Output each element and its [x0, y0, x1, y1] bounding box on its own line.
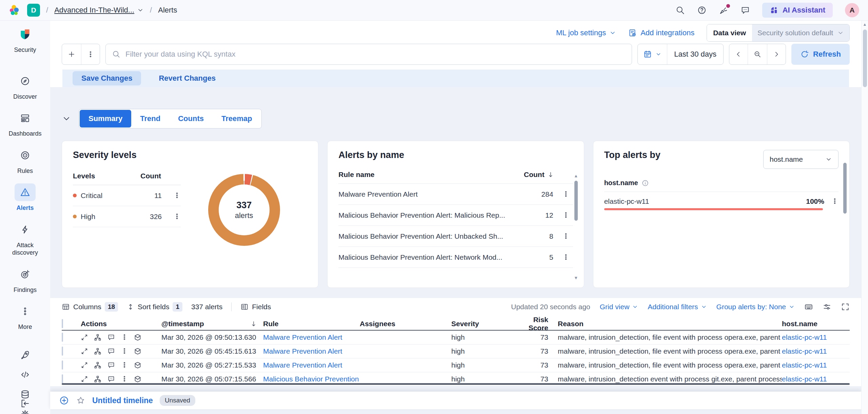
- rule-link[interactable]: Malicious Behavior Prevention Alert: [263, 375, 360, 383]
- column-rule[interactable]: Rule: [263, 320, 360, 328]
- panel-scrollbar[interactable]: ▲ ▼: [573, 174, 579, 280]
- session-view-icon[interactable]: [107, 333, 115, 341]
- table-horizontal-scrollbar[interactable]: [62, 383, 850, 385]
- date-picker-calendar-button[interactable]: [638, 44, 667, 64]
- column-assignees[interactable]: Assignees: [360, 320, 451, 328]
- expand-alert-icon[interactable]: [81, 348, 88, 355]
- sidebar-item-alerts[interactable]: Alerts: [1, 183, 49, 212]
- getting-started-rocket-icon[interactable]: [20, 350, 30, 360]
- top-alerts-row[interactable]: elastic-pc-w11 100%: [604, 197, 839, 205]
- tab-summary[interactable]: Summary: [80, 110, 131, 127]
- expand-alert-icon[interactable]: [81, 334, 88, 341]
- analyze-event-icon[interactable]: [94, 333, 102, 341]
- row-checkbox[interactable]: [62, 347, 63, 356]
- row-checkbox[interactable]: [62, 374, 63, 383]
- host-link[interactable]: elastic-pc-w11: [782, 347, 827, 355]
- scrollbar-thumb[interactable]: [863, 29, 867, 87]
- row-actions-kebab-icon[interactable]: [173, 213, 181, 220]
- row-actions-kebab-icon[interactable]: [831, 198, 839, 205]
- column-timestamp[interactable]: @timestamp: [161, 320, 263, 328]
- sidebar-item-discover[interactable]: Discover: [1, 72, 49, 101]
- add-timeline-icon[interactable]: [59, 395, 69, 406]
- page-scrollbar[interactable]: ▲: [861, 21, 868, 414]
- collapse-charts-chevron[interactable]: [62, 114, 71, 123]
- revert-changes-button[interactable]: Revert Changes: [159, 74, 216, 83]
- rule-link[interactable]: Malware Prevention Alert: [263, 333, 342, 341]
- alerts-by-name-row[interactable]: Malicious Behavior Prevention Alert: Unb…: [338, 226, 573, 247]
- news-feed-icon[interactable]: [719, 5, 728, 15]
- column-severity[interactable]: Severity: [451, 320, 516, 328]
- host-link[interactable]: elastic-pc-w11: [782, 333, 827, 341]
- row-actions-kebab-icon[interactable]: [562, 254, 570, 261]
- sidebar-item-dashboards[interactable]: Dashboards: [1, 109, 49, 138]
- time-range-value[interactable]: Last 30 days: [667, 44, 723, 64]
- search-icon[interactable]: [675, 5, 685, 15]
- row-actions-kebab-icon[interactable]: [562, 191, 570, 198]
- column-host-name[interactable]: host.name: [782, 320, 850, 328]
- expand-alert-icon[interactable]: [81, 361, 88, 369]
- column-risk-score[interactable]: Risk Score: [516, 316, 553, 332]
- kql-filter-input[interactable]: [125, 50, 626, 59]
- save-changes-button[interactable]: Save Changes: [73, 71, 141, 85]
- help-icon[interactable]: [697, 5, 707, 15]
- favorite-star-icon[interactable]: [76, 396, 85, 405]
- timeline-title-link[interactable]: Untitled timeline: [92, 396, 153, 405]
- session-view-icon[interactable]: [107, 361, 115, 369]
- analyze-event-icon[interactable]: [94, 347, 102, 355]
- alerts-by-name-row[interactable]: Malicious Behavior Prevention Alert: Net…: [338, 247, 573, 268]
- scroll-down-arrow[interactable]: ▼: [574, 276, 578, 280]
- investigate-in-timeline-icon[interactable]: [134, 375, 142, 383]
- row-checkbox[interactable]: [62, 333, 63, 342]
- sidebar-item-attack-discovery[interactable]: Attack discovery: [1, 221, 49, 257]
- more-actions-kebab-icon[interactable]: [121, 334, 128, 341]
- previous-time-window-button[interactable]: [729, 44, 748, 64]
- collapse-sidebar-icon[interactable]: [0, 398, 50, 409]
- sidebar-item-rules[interactable]: Rules: [1, 146, 49, 175]
- severity-row-high[interactable]: High 326: [73, 206, 181, 227]
- host-link[interactable]: elastic-pc-w11: [782, 361, 827, 369]
- add-filter-button[interactable]: [62, 44, 81, 64]
- fullscreen-icon[interactable]: [841, 302, 850, 311]
- session-view-icon[interactable]: [107, 347, 115, 355]
- sidebar-item-findings[interactable]: Findings: [1, 265, 49, 294]
- breadcrumb-current[interactable]: Advanced In-The-Wild...: [54, 6, 144, 15]
- select-all-checkbox[interactable]: [62, 319, 63, 328]
- alerts-by-name-row[interactable]: Malware Prevention Alert 284: [338, 184, 573, 205]
- ml-job-settings-button[interactable]: ML job settings: [556, 28, 616, 37]
- fields-button[interactable]: Fields: [240, 303, 271, 311]
- alerts-by-name-row[interactable]: Malicious Behavior Prevention Alert: Mal…: [338, 205, 573, 226]
- investigate-in-timeline-icon[interactable]: [134, 361, 142, 369]
- columns-button[interactable]: Columns 18: [62, 302, 118, 312]
- session-view-icon[interactable]: [107, 375, 115, 383]
- add-integrations-button[interactable]: Add integrations: [628, 28, 694, 37]
- severity-row-critical[interactable]: Critical 11: [73, 185, 181, 206]
- severity-donut-chart[interactable]: 337 alerts: [208, 174, 280, 246]
- more-actions-kebab-icon[interactable]: [121, 375, 128, 383]
- column-reason[interactable]: Reason: [553, 320, 782, 328]
- row-checkbox[interactable]: [62, 360, 63, 370]
- tab-trend[interactable]: Trend: [131, 110, 169, 127]
- scrollbar-thumb[interactable]: [574, 181, 578, 221]
- stack-data-database-icon[interactable]: [20, 389, 30, 399]
- grid-settings-sliders-icon[interactable]: [823, 302, 831, 311]
- investigate-in-timeline-icon[interactable]: [134, 333, 142, 341]
- column-count[interactable]: Count: [524, 171, 545, 179]
- kql-search-bar[interactable]: [105, 44, 632, 65]
- row-actions-kebab-icon[interactable]: [562, 233, 570, 240]
- sort-fields-button[interactable]: Sort fields 1: [127, 302, 182, 312]
- more-actions-kebab-icon[interactable]: [121, 348, 128, 355]
- next-time-window-button[interactable]: [767, 44, 786, 64]
- space-badge[interactable]: D: [27, 4, 40, 17]
- row-actions-kebab-icon[interactable]: [173, 192, 181, 199]
- grid-view-button[interactable]: Grid view: [600, 303, 638, 311]
- zoom-out-time-button[interactable]: [748, 44, 767, 64]
- scrollbar-thumb[interactable]: [843, 163, 847, 214]
- investigate-in-timeline-icon[interactable]: [134, 347, 142, 355]
- refresh-button[interactable]: Refresh: [791, 44, 850, 65]
- scroll-up-arrow[interactable]: ▲: [574, 174, 578, 178]
- more-actions-kebab-icon[interactable]: [121, 361, 128, 369]
- group-alerts-by-button[interactable]: Group alerts by: None: [716, 303, 795, 311]
- keyboard-shortcuts-icon[interactable]: [804, 302, 813, 311]
- feedback-icon[interactable]: [741, 5, 750, 15]
- filter-options-kebab-button[interactable]: [81, 44, 100, 64]
